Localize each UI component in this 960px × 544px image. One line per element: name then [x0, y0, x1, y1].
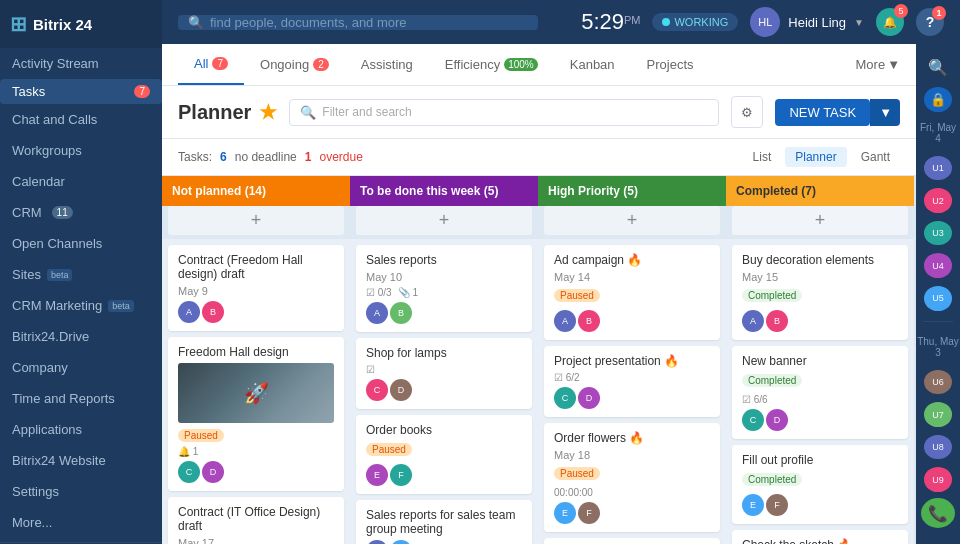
task-status: Completed	[742, 289, 802, 302]
task-title: Check the sketch 🔥	[742, 538, 898, 544]
sidebar-item-activity-stream[interactable]: Activity Stream	[0, 48, 162, 79]
task-date: May 15	[742, 271, 898, 283]
filter-search[interactable]: 🔍 Filter and search	[289, 99, 719, 126]
task-card[interactable]: Order books Paused E F	[356, 415, 532, 494]
time-value: 5:29	[581, 9, 624, 34]
lock-icon[interactable]: 🔒	[924, 87, 952, 112]
tab-all[interactable]: All 7	[178, 44, 244, 85]
time-display: 5:29PM	[581, 9, 640, 35]
task-card[interactable]: Contract (Freedom Hall design) draft May…	[168, 245, 344, 331]
sidebar-item-workgroups[interactable]: Workgroups	[0, 135, 162, 166]
col-high-priority-body: Ad campaign 🔥 May 14 Paused A B Project …	[538, 239, 726, 544]
planner-view-button[interactable]: Planner	[785, 147, 846, 167]
avatar: A	[742, 310, 764, 332]
task-card[interactable]: Fill out profile Completed E F	[732, 445, 908, 524]
new-task-dropdown[interactable]: ▼	[870, 99, 900, 126]
help-button[interactable]: ? 1	[916, 8, 944, 36]
avatar: B	[766, 310, 788, 332]
tasks-count: 6	[220, 150, 227, 164]
col-not-planned-add[interactable]: +	[168, 206, 344, 235]
avatar: A	[366, 302, 388, 324]
notifications-button[interactable]: 🔔 5	[876, 8, 904, 36]
sites-beta-tag: beta	[47, 269, 73, 281]
task-card[interactable]: Contract (IT Office Design) draft May 17…	[168, 497, 344, 544]
new-task-button-group: NEW TASK ▼	[775, 99, 900, 126]
sidebar-item-time-and-reports[interactable]: Time and Reports	[0, 383, 162, 414]
avatar: A	[554, 310, 576, 332]
task-card[interactable]: New banner Completed ☑ 6/6 C D	[732, 346, 908, 439]
col-completed-add[interactable]: +	[732, 206, 908, 235]
sidebar-item-more[interactable]: More...	[0, 507, 162, 538]
sidebar-item-crm[interactable]: CRM 11	[0, 197, 162, 228]
task-card[interactable]: Shop for lamps ☑ C D	[356, 338, 532, 409]
tab-efficiency-label: Efficiency	[445, 57, 500, 72]
chevron-down-icon: ▼	[887, 57, 900, 72]
sidebar-item-calendar[interactable]: Calendar	[0, 166, 162, 197]
tab-kanban-label: Kanban	[570, 57, 615, 72]
sidebar-item-tasks[interactable]: Tasks 7	[0, 79, 162, 104]
top-header: 🔍 5:29PM WORKING HL Heidi Ling ▼ 🔔 5 ? 1	[162, 0, 960, 44]
task-card[interactable]: Freedom Hall design Paused 🔔 1 C D	[168, 337, 344, 491]
attachment-icon: 📎 1	[398, 287, 418, 298]
list-view-button[interactable]: List	[743, 147, 782, 167]
sidebar-item-open-channels[interactable]: Open Channels	[0, 228, 162, 259]
task-info-bar: Tasks: 6 no deadline 1 overdue List Plan…	[162, 139, 916, 176]
sidebar-item-label: Settings	[12, 484, 59, 499]
sidebar-item-applications[interactable]: Applications	[0, 414, 162, 445]
phone-icon[interactable]: 📞	[921, 498, 955, 528]
sidebar-item-chat-and-calls[interactable]: Chat and Calls	[0, 104, 162, 135]
working-status[interactable]: WORKING	[652, 13, 738, 31]
sidebar-item-label: Company	[12, 360, 68, 375]
gantt-view-button[interactable]: Gantt	[851, 147, 900, 167]
tab-projects[interactable]: Projects	[631, 45, 710, 84]
crm-badge: 11	[52, 206, 73, 219]
tab-ongoing[interactable]: Ongoing 2	[244, 45, 345, 84]
col-to-be-done-add[interactable]: +	[356, 206, 532, 235]
task-card[interactable]: Shop for lamps May 14 G	[544, 538, 720, 544]
task-title: Fill out profile	[742, 453, 898, 467]
tab-efficiency[interactable]: Efficiency 100%	[429, 45, 554, 84]
user-name: Heidi Ling	[788, 15, 846, 30]
sidebar-item-sites[interactable]: Sites beta	[0, 259, 162, 290]
col-completed-label: Completed (7)	[736, 184, 816, 198]
col-high-priority-add[interactable]: +	[544, 206, 720, 235]
avatar: D	[578, 387, 600, 409]
sidebar-item-company[interactable]: Company	[0, 352, 162, 383]
col-not-planned-body: Contract (Freedom Hall design) draft May…	[162, 239, 350, 544]
task-card[interactable]: Project presentation 🔥 ☑ 6/2 C D	[544, 346, 720, 417]
sidebar-item-bitrix24-website[interactable]: Bitrix24 Website	[0, 445, 162, 476]
task-num-badge: 🔔 1	[178, 446, 198, 457]
overdue-label: overdue	[319, 150, 362, 164]
task-card[interactable]: Check the sketch 🔥 Completed ☑ 4/4 G H	[732, 530, 908, 544]
star-icon[interactable]: ★	[259, 100, 277, 124]
sidebar-item-crm-marketing[interactable]: CRM Marketing beta	[0, 290, 162, 321]
planner-settings-button[interactable]: ⚙	[731, 96, 763, 128]
search-bar[interactable]: 🔍	[178, 15, 538, 30]
avatar: U4	[924, 253, 952, 278]
user-menu[interactable]: HL Heidi Ling ▼	[750, 7, 864, 37]
task-card[interactable]: Buy decoration elements May 15 Completed…	[732, 245, 908, 340]
col-to-be-done: To be done this week (5) + Sales reports…	[350, 176, 538, 544]
new-task-button[interactable]: NEW TASK	[775, 99, 870, 126]
avatar: U2	[924, 188, 952, 213]
avatar: F	[578, 502, 600, 524]
task-card[interactable]: Ad campaign 🔥 May 14 Paused A B	[544, 245, 720, 340]
task-card[interactable]: Sales reports May 10 ☑ 0/3 📎 1 A B	[356, 245, 532, 332]
search-icon-right[interactable]: 🔍	[922, 52, 954, 83]
right-sidebar-date-thu: Thu, May 3	[916, 330, 960, 364]
tabs-more-button[interactable]: More ▼	[856, 57, 901, 72]
tab-assisting[interactable]: Assisting	[345, 45, 429, 84]
search-input[interactable]	[210, 15, 528, 30]
sidebar-item-settings[interactable]: Settings	[0, 476, 162, 507]
tab-kanban[interactable]: Kanban	[554, 45, 631, 84]
sidebar-item-label: Applications	[12, 422, 82, 437]
avatar: C	[366, 379, 388, 401]
logo-icon: ⊞	[10, 12, 27, 36]
task-meta: ☑	[366, 364, 522, 375]
task-card[interactable]: Order flowers 🔥 May 18 Paused 00:00:00 E…	[544, 423, 720, 532]
content-area: All 7 Ongoing 2 Assisting Efficiency 100…	[162, 44, 960, 544]
task-card[interactable]: Sales reports for sales team group meeti…	[356, 500, 532, 544]
sidebar-item-bitrix24-drive[interactable]: Bitrix24.Drive	[0, 321, 162, 352]
tabs-bar: All 7 Ongoing 2 Assisting Efficiency 100…	[162, 44, 916, 86]
avatar: B	[202, 301, 224, 323]
